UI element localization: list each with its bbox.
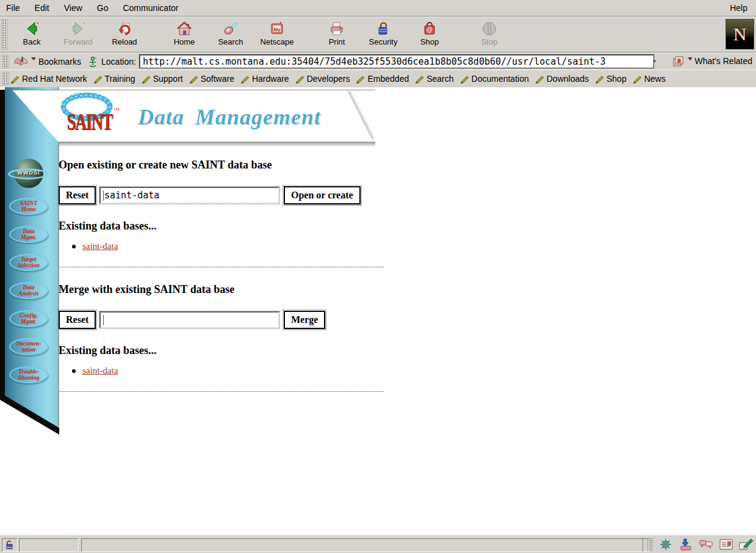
bookmark-hardware[interactable]: Hardware: [240, 74, 289, 84]
forward-icon: [70, 20, 86, 37]
sidebar-item-data-mgmt[interactable]: Data Mgmt.: [9, 226, 48, 243]
menu-file[interactable]: File: [6, 3, 20, 13]
list-item: saint-data: [72, 241, 118, 251]
url-text: http://malt.cs.montana.edu:35404/75d4eb3…: [143, 56, 606, 67]
location-label: Location:: [101, 57, 136, 67]
merge-button[interactable]: Merge: [284, 311, 325, 329]
merge-existing-db-link[interactable]: saint-data: [82, 366, 118, 376]
component-bar: [643, 537, 754, 552]
merge-existing-heading: Existing data bases...: [59, 344, 157, 357]
menu-bar: File Edit View Go Communicator Help: [0, 0, 756, 16]
whats-related-button[interactable]: What's Related: [672, 55, 753, 67]
bookmark-embedded[interactable]: Embedded: [356, 74, 409, 84]
bookmark-label: Search: [427, 74, 453, 84]
bookmark-pencil-icon: [189, 74, 199, 84]
url-input[interactable]: http://malt.cs.montana.edu:35404/75d4eb3…: [140, 55, 653, 68]
stop-button[interactable]: Stop: [466, 18, 513, 51]
bookmark-documentation[interactable]: Documentation: [460, 74, 529, 84]
location-icon[interactable]: [87, 56, 98, 68]
composer-component-button[interactable]: [739, 538, 754, 551]
shop-icon: @: [422, 20, 437, 37]
my-netscape-button[interactable]: My Netscape: [254, 18, 300, 51]
whats-related-label: What's Related: [695, 56, 753, 66]
bookmark-support[interactable]: Support: [142, 74, 183, 84]
merge-reset-button[interactable]: Reset: [59, 311, 96, 329]
wwdsi-globe-button[interactable]: WWDSI: [12, 158, 45, 191]
bookmark-red-hat-network[interactable]: Red Hat Network: [10, 74, 87, 84]
open-or-create-button[interactable]: Open or create: [284, 186, 361, 204]
component-bar-grip[interactable]: [647, 538, 653, 551]
open-database-name-input[interactable]: saint-data: [99, 187, 279, 204]
bookmark-developers[interactable]: Developers: [295, 74, 350, 84]
bookmark-label: Support: [153, 74, 183, 84]
bookmark-software[interactable]: Software: [189, 74, 234, 84]
forward-button[interactable]: Forward: [55, 18, 101, 51]
print-label: Print: [329, 37, 345, 46]
bookmark-news[interactable]: News: [633, 74, 666, 84]
nav-label-line: Analysis: [18, 291, 38, 297]
nav-label-line: Mgmt.: [21, 319, 37, 325]
netscape-browser-window: File Edit View Go Communicator Help Back…: [0, 0, 756, 553]
list-bullet: [72, 369, 76, 373]
menu-help[interactable]: Help: [730, 3, 747, 13]
open-existing-db-link[interactable]: saint-data: [82, 241, 118, 251]
bookmark-label: Software: [201, 74, 234, 84]
stop-icon: [481, 20, 497, 37]
menu-communicator[interactable]: Communicator: [123, 3, 178, 13]
sidebar-item-target-selection[interactable]: Target Selection: [9, 254, 48, 271]
reload-label: Reload: [112, 37, 137, 46]
url-dropdown-arrow[interactable]: ▼: [651, 56, 658, 67]
menu-go[interactable]: Go: [97, 3, 109, 13]
bookmark-pencil-icon: [93, 74, 103, 84]
section-divider: [59, 391, 384, 392]
address-book-component-button[interactable]: [719, 538, 733, 551]
navigator-component-button[interactable]: [658, 538, 673, 551]
ship-wheel-icon: [659, 538, 672, 551]
banner-drop-shadow: [59, 142, 375, 147]
bookmark-shop[interactable]: Shop: [595, 74, 627, 84]
bookmarks-menu-button[interactable]: Bookmarks: [13, 56, 81, 68]
bookmark-downloads[interactable]: Downloads: [535, 74, 589, 84]
bookmark-pencil-icon: [10, 74, 20, 84]
security-status-button[interactable]: [2, 538, 18, 552]
nav-label-line: tation: [22, 347, 36, 353]
bookmark-pencil-icon: [595, 74, 605, 84]
bookmark-search[interactable]: Search: [415, 74, 453, 84]
bookmarks-label: Bookmarks: [38, 57, 81, 67]
nav-label-line: SAINT: [20, 200, 37, 206]
nav-label-line: Data: [23, 228, 35, 234]
shop-button[interactable]: @ Shop: [406, 18, 453, 51]
security-button[interactable]: Security: [360, 18, 406, 51]
mailbox-component-button[interactable]: [679, 538, 693, 551]
reload-button[interactable]: Reload: [101, 18, 148, 51]
home-button[interactable]: Home: [161, 18, 207, 51]
back-button[interactable]: Back: [9, 18, 55, 51]
status-message-panel: [81, 538, 649, 552]
netscape-throbber-logo[interactable]: N: [725, 19, 754, 49]
persbar-grip-handle[interactable]: [2, 72, 9, 85]
nav-label-line: Shooting: [18, 375, 39, 381]
sidebar-item-documentation[interactable]: Documen- tation: [9, 338, 48, 355]
bookmark-pencil-icon: [295, 74, 305, 84]
sidebar-item-config-mgmt[interactable]: Config. Mgmt.: [9, 310, 48, 327]
search-button[interactable]: Search: [207, 18, 254, 51]
print-button[interactable]: Print: [314, 18, 360, 51]
nav-label-line: Mgmt.: [21, 234, 37, 240]
discussions-component-button[interactable]: [699, 538, 713, 551]
toolbar-grip-handle[interactable]: [1, 19, 8, 50]
bookmark-label: Shop: [607, 74, 627, 84]
menu-view[interactable]: View: [64, 3, 82, 13]
nav-label-line: Trouble-: [18, 369, 39, 375]
reload-icon: [117, 20, 132, 37]
bookmark-training[interactable]: Training: [93, 74, 135, 84]
sidebar-item-saint-home[interactable]: SAINT Home: [9, 198, 48, 215]
open-reset-button[interactable]: Reset: [59, 186, 96, 204]
security-icon: [375, 20, 391, 37]
menu-edit[interactable]: Edit: [35, 3, 49, 13]
stop-label: Stop: [481, 37, 498, 46]
forward-label: Forward: [63, 37, 93, 46]
sidebar-item-data-analysis[interactable]: Data Analysis: [9, 282, 48, 299]
merge-database-name-input[interactable]: [99, 311, 279, 328]
sidebar-item-troubleshooting[interactable]: Trouble- Shooting: [9, 366, 48, 383]
locbar-grip-handle[interactable]: [2, 55, 9, 68]
